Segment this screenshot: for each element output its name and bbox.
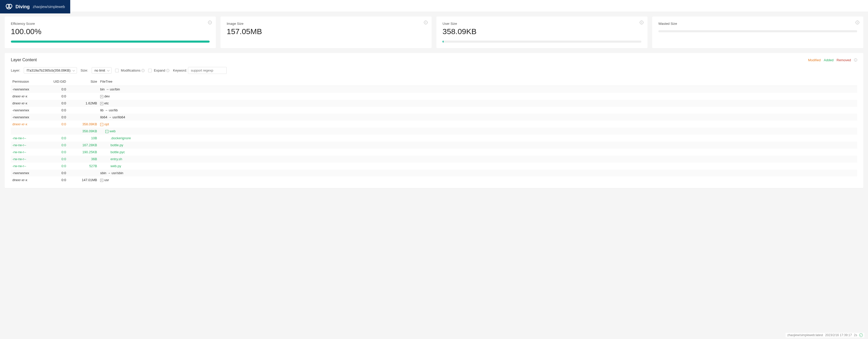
- card-title: Image Size: [227, 22, 426, 26]
- filetree-name: usr: [104, 178, 109, 182]
- keyword-input[interactable]: [188, 67, 227, 74]
- layer-select[interactable]: f7a319a7b2365cb(358.09KB): [24, 67, 77, 74]
- expand-icon[interactable]: +: [100, 102, 103, 105]
- progress-fill: [11, 40, 210, 43]
- controls-row: Layer: f7a319a7b2365cb(358.09KB) Size: n…: [11, 67, 857, 74]
- table-row[interactable]: -rw-rw-r--0:010B.dockerignore: [11, 135, 857, 142]
- cell-permission: -rwxrwxrwx: [11, 169, 42, 176]
- cell-uidgid: 0:0: [42, 121, 68, 128]
- table-row[interactable]: drwxr-xr-x0:01.62MB+etc: [11, 100, 857, 107]
- table-row[interactable]: -rwxrwxrwx0:0lib → usr/lib: [11, 107, 857, 114]
- cell-filetree: sbin → usr/sbin: [99, 169, 857, 176]
- cell-uidgid: 0:0: [42, 148, 68, 156]
- layer-content-panel: Layer Content Modified Added Removed i L…: [5, 53, 863, 188]
- app-name: Diving: [16, 4, 30, 9]
- filetree-name: web.py: [111, 164, 121, 168]
- table-row[interactable]: -rwxrwxrwx0:0sbin → usr/sbin: [11, 169, 857, 176]
- modifications-label: Modifications: [121, 68, 141, 72]
- cell-uidgid: 0:0: [42, 93, 68, 100]
- size-select[interactable]: no limit: [92, 67, 112, 74]
- cell-size: 1.62MB: [68, 100, 99, 107]
- cell-uidgid: 0:0: [42, 163, 68, 169]
- cell-filetree: web.py: [99, 163, 857, 169]
- collapse-icon[interactable]: −: [105, 130, 108, 133]
- info-icon[interactable]: i: [640, 21, 643, 24]
- cell-permission: -rw-rw-r--: [11, 148, 42, 156]
- filetree-name: opt: [104, 122, 109, 126]
- info-icon[interactable]: i: [166, 69, 169, 72]
- col-uidgid: UID:GID: [42, 78, 68, 86]
- card-user-size: i User Size 358.09KB: [436, 17, 648, 48]
- collapse-icon[interactable]: −: [100, 123, 103, 126]
- cell-filetree: .dockerignore: [99, 135, 857, 142]
- size-label: Size:: [81, 68, 88, 72]
- table-row[interactable]: -rwxrwxrwx0:0bin → usr/bin: [11, 86, 857, 93]
- filetree-name: web: [110, 129, 116, 133]
- card-wasted-size: i Wasted Size: [652, 17, 863, 48]
- cell-permission: drwxr-xr-x: [11, 176, 42, 183]
- table-row[interactable]: -rw-rw-r--0:0527Bweb.py: [11, 163, 857, 169]
- info-icon[interactable]: i: [142, 69, 145, 72]
- cell-permission: -rw-rw-r--: [11, 156, 42, 163]
- table-row[interactable]: drwxr-xr-x0:0358.09KB−opt: [11, 121, 857, 128]
- table-row[interactable]: -rw-rw-r--0:0190.25KBbottle.pyc: [11, 148, 857, 156]
- filetree-name: dev: [104, 94, 110, 98]
- cell-permission: drwxr-xr-x: [11, 93, 42, 100]
- cell-filetree: +dev: [99, 93, 857, 100]
- modifications-checkbox[interactable]: [115, 69, 119, 72]
- expand-checkbox[interactable]: [148, 69, 152, 72]
- expand-label: Expand: [154, 68, 165, 72]
- cell-filetree: lib64 → usr/lib64: [99, 114, 857, 121]
- cell-size: [68, 169, 99, 176]
- cell-size: 190.25KB: [68, 148, 99, 156]
- filetree-name: .dockerignore: [111, 136, 131, 140]
- cell-permission: [11, 128, 42, 135]
- progress-fill: [442, 40, 443, 43]
- svg-point-1: [8, 4, 12, 8]
- cell-size: [68, 93, 99, 100]
- cell-uidgid: 0:0: [42, 142, 68, 148]
- cell-size: 167.28KB: [68, 142, 99, 148]
- cell-uidgid: [42, 128, 68, 135]
- info-icon[interactable]: i: [856, 21, 859, 24]
- cell-filetree: bottle.py: [99, 142, 857, 148]
- card-value: 358.09KB: [442, 27, 641, 36]
- cell-filetree: bottle.pyc: [99, 148, 857, 156]
- cell-filetree: bin → usr/bin: [99, 86, 857, 93]
- expand-icon[interactable]: +: [100, 95, 103, 98]
- table-row[interactable]: drwxr-xr-x0:0147.01MB+usr: [11, 176, 857, 183]
- table-row[interactable]: -rwxrwxrwx0:0lib64 → usr/lib64: [11, 114, 857, 121]
- table-row[interactable]: -rw-rw-r--0:0167.28KBbottle.py: [11, 142, 857, 148]
- layer-label: Layer:: [11, 68, 20, 72]
- card-efficiency: i Efficiency Score 100.00%: [5, 17, 216, 48]
- card-title: User Size: [442, 22, 641, 26]
- file-tree-table: Permission UID:GID Size FileTree -rwxrwx…: [11, 78, 857, 183]
- cell-uidgid: 0:0: [42, 100, 68, 107]
- info-icon[interactable]: i: [854, 58, 857, 61]
- card-value: 100.00%: [11, 27, 210, 36]
- card-value: 157.05MB: [227, 27, 426, 36]
- legend-modified: Modified: [808, 58, 821, 62]
- filetree-name: lib64 → usr/lib64: [100, 115, 125, 119]
- table-row[interactable]: 358.09KB−web: [11, 128, 857, 135]
- table-row[interactable]: -rw-rw-r--0:036Bentry.sh: [11, 156, 857, 163]
- table-row[interactable]: drwxr-xr-x0:0+dev: [11, 93, 857, 100]
- col-size: Size: [68, 78, 99, 86]
- card-image-size: i Image Size 157.05MB: [220, 17, 432, 48]
- cell-filetree: −web: [99, 128, 857, 135]
- expand-icon[interactable]: +: [100, 179, 103, 182]
- repo-name: zhaojiew/simpleweb: [33, 5, 65, 9]
- filetree-name: sbin → usr/sbin: [100, 171, 123, 175]
- cell-permission: -rw-rw-r--: [11, 163, 42, 169]
- cell-filetree: +etc: [99, 100, 857, 107]
- filetree-name: etc: [104, 101, 109, 105]
- info-icon[interactable]: i: [208, 21, 212, 24]
- cell-permission: drwxr-xr-x: [11, 100, 42, 107]
- filetree-name: bottle.pyc: [111, 150, 125, 154]
- progress-bar: [11, 40, 210, 43]
- cell-filetree: lib → usr/lib: [99, 107, 857, 114]
- info-icon[interactable]: i: [424, 21, 428, 24]
- cell-size: 358.09KB: [68, 128, 99, 135]
- filetree-name: entry.sh: [111, 157, 122, 161]
- cell-size: [68, 107, 99, 114]
